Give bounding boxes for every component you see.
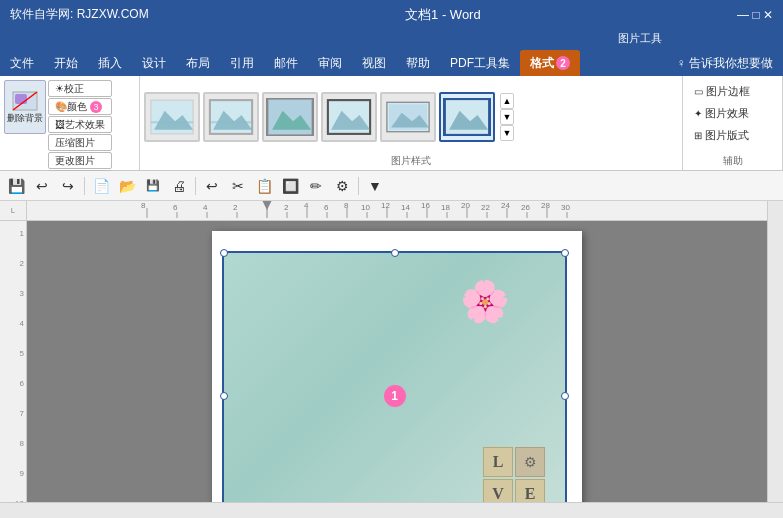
undo2-btn[interactable]: ↩: [200, 174, 224, 198]
svg-text:8: 8: [141, 201, 146, 210]
scroll-right[interactable]: [767, 201, 783, 502]
tab-mail[interactable]: 邮件: [264, 50, 308, 76]
ruler-horizontal: 8 6 4 2 2 4: [27, 201, 767, 221]
toolbar: 💾 ↩ ↪ 📄 📂 💾 🖨 ↩ ✂ 📋 🔲 ✏ ⚙ ▼: [0, 171, 783, 201]
ruler-marks-container: 8 6 4 2 2 4: [27, 201, 767, 220]
change-image-button[interactable]: 更改图片: [48, 152, 112, 169]
page: 🌸 L ⚙ V E: [212, 231, 582, 502]
redo-btn[interactable]: ↪: [56, 174, 80, 198]
style-thumb-5[interactable]: [380, 92, 436, 142]
style-thumb-3[interactable]: [262, 92, 318, 142]
svg-text:22: 22: [481, 203, 490, 212]
svg-text:28: 28: [541, 201, 550, 210]
window-controls: — □ ✕: [737, 8, 773, 22]
style-thumb-4[interactable]: [321, 92, 377, 142]
print-btn[interactable]: 🖨: [167, 174, 191, 198]
corrections-button[interactable]: ☀ 校正: [48, 80, 112, 97]
styles-scroll-up[interactable]: ▲: [500, 93, 514, 109]
remove-background-button[interactable]: 删除背景: [4, 80, 46, 134]
handle-middle-left[interactable]: [220, 392, 228, 400]
corrections-icon: ☀: [55, 83, 64, 94]
extra-btn[interactable]: ⚙: [330, 174, 354, 198]
styles-scroll-down[interactable]: ▼: [500, 109, 514, 125]
toolbar-sep-1: [84, 177, 85, 195]
image-frame[interactable]: 🌸 L ⚙ V E: [222, 251, 567, 502]
format-paint-btn[interactable]: 🔲: [278, 174, 302, 198]
right-helper-label: 辅助: [687, 154, 778, 170]
open-btn[interactable]: 📂: [115, 174, 139, 198]
document-title: 文档1 - Word: [405, 6, 481, 24]
tab-design[interactable]: 设计: [132, 50, 176, 76]
svg-text:14: 14: [401, 203, 410, 212]
svg-rect-1: [15, 94, 27, 104]
svg-text:4: 4: [203, 203, 208, 212]
handle-top-right[interactable]: [561, 249, 569, 257]
styles-group: ▲ ▼ ▼ 图片样式: [140, 76, 683, 170]
handle-middle-right[interactable]: [561, 392, 569, 400]
scroll-bottom[interactable]: [0, 502, 783, 518]
tab-help[interactable]: 帮助: [396, 50, 440, 76]
tab-view[interactable]: 视图: [352, 50, 396, 76]
svg-text:6: 6: [173, 203, 178, 212]
svg-text:30: 30: [561, 203, 570, 212]
toolbar-sep-2: [195, 177, 196, 195]
more-btn[interactable]: ▼: [363, 174, 387, 198]
pic-effects-icon: ✦: [694, 108, 702, 119]
pic-tools-bar: 图片工具: [0, 29, 783, 47]
style-6-icon: [443, 98, 491, 136]
page-container: 🌸 L ⚙ V E: [27, 221, 767, 502]
tab-file[interactable]: 文件: [0, 50, 44, 76]
save2-btn[interactable]: 💾: [141, 174, 165, 198]
styles-group-label: 图片样式: [144, 154, 678, 170]
toolbar-sep-3: [358, 177, 359, 195]
handle-top-left[interactable]: [220, 249, 228, 257]
pic-layout-button[interactable]: ⊞ 图片版式: [687, 124, 778, 146]
pic-effects-button[interactable]: ✦ 图片效果: [687, 102, 778, 124]
tab-ref[interactable]: 引用: [220, 50, 264, 76]
tab-format[interactable]: 格式 2: [520, 50, 580, 76]
compress-button[interactable]: 压缩图片: [48, 134, 112, 151]
copy-btn[interactable]: 📋: [252, 174, 276, 198]
pic-border-icon: ▭: [694, 86, 703, 97]
remove-bg-icon: [11, 90, 39, 112]
ruler-svg: 8 6 4 2 2 4: [27, 201, 767, 218]
effects-icon: 🖼: [55, 119, 65, 130]
right-ribbon-groups: ▭ 图片边框 ✦ 图片效果 ⊞ 图片版式 辅助: [683, 76, 783, 170]
style-thumb-2[interactable]: [203, 92, 259, 142]
style-thumb-1[interactable]: [144, 92, 200, 142]
artistic-effects-button[interactable]: 🖼 艺术效果: [48, 116, 112, 133]
title-bar: 软件自学网: RJZXW.COM 文档1 - Word — □ ✕: [0, 0, 783, 29]
tab-bar: 文件 开始 插入 设计 布局 引用 邮件 审阅 视图 帮助 PDF工具集 格式 …: [0, 47, 783, 76]
adjust-group: 删除背景 ☀ 校正 🎨 颜色 3 🖼 艺术效果: [0, 76, 140, 170]
pic-border-button[interactable]: ▭ 图片边框: [687, 80, 778, 102]
tab-home[interactable]: 开始: [44, 50, 88, 76]
content-area: L 1 2 3 4 5 6 7 8 9 10 8 6: [0, 201, 783, 502]
help-text[interactable]: ♀ 告诉我你想要做: [667, 50, 783, 76]
ribbon: 删除背景 ☀ 校正 🎨 颜色 3 🖼 艺术效果: [0, 76, 783, 171]
styles-expand[interactable]: ▼: [500, 125, 514, 141]
svg-text:16: 16: [421, 201, 430, 210]
styles-row: ▲ ▼ ▼: [144, 80, 678, 154]
tab-pdf[interactable]: PDF工具集: [440, 50, 520, 76]
style-thumb-6[interactable]: [439, 92, 495, 142]
tab-review[interactable]: 审阅: [308, 50, 352, 76]
format-badge: 2: [556, 56, 570, 70]
tab-insert[interactable]: 插入: [88, 50, 132, 76]
draw-btn[interactable]: ✏: [304, 174, 328, 198]
pic-tools-label: 图片工具: [610, 31, 670, 46]
svg-text:2: 2: [233, 203, 238, 212]
cut-btn[interactable]: ✂: [226, 174, 250, 198]
color-button[interactable]: 🎨 颜色 3: [48, 98, 112, 115]
document-area: 🌸 L ⚙ V E: [27, 221, 767, 502]
tab-layout[interactable]: 布局: [176, 50, 220, 76]
svg-text:18: 18: [441, 203, 450, 212]
svg-text:4: 4: [304, 201, 309, 210]
svg-text:6: 6: [324, 203, 329, 212]
tile-O: ⚙: [515, 447, 545, 477]
handle-top-center[interactable]: [391, 249, 399, 257]
undo-btn[interactable]: ↩: [30, 174, 54, 198]
save-toolbar-btn[interactable]: 💾: [4, 174, 28, 198]
new-doc-btn[interactable]: 📄: [89, 174, 113, 198]
flower-decoration: 🌸: [460, 278, 510, 325]
color-icon: 🎨: [55, 101, 67, 112]
